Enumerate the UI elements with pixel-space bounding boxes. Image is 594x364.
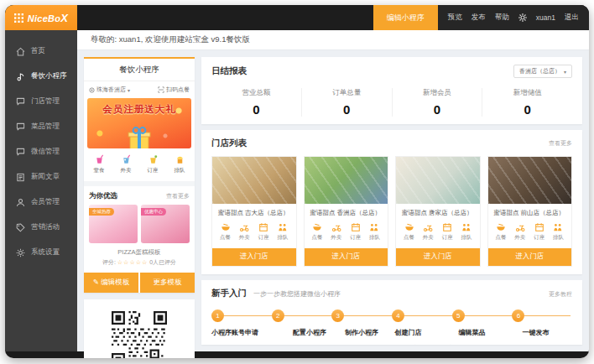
feature-queue[interactable]: 排队 <box>175 154 185 174</box>
app-window: NiceBoX 编辑小程序 预览 发布 帮助 xuan1 退出 首页 <box>5 5 589 358</box>
scan-to-order-button[interactable]: 扫码点餐 <box>158 86 190 94</box>
store-location-selector[interactable]: 珠海香洲店 ▾ <box>89 86 130 94</box>
edit-template-button[interactable]: ✎ 编辑模板 <box>84 273 138 293</box>
picked-view-more-link[interactable]: 查看更多 <box>166 192 190 200</box>
promo-banner[interactable]: 会员注册送大礼 <box>87 98 191 148</box>
guide-title: 新手入门 <box>211 288 247 299</box>
order-bowl-icon <box>496 222 506 232</box>
feature-dine-in[interactable]: 堂食 <box>94 154 105 174</box>
guide-step-build: 制作小程序 选择模板 设计制作 <box>345 328 395 346</box>
sidebar-item-store-management[interactable]: 门店管理 <box>5 89 77 114</box>
guide-subtitle: 一步一步教您搭建微信小程序 <box>253 289 549 299</box>
store-photo <box>396 157 480 204</box>
home-icon <box>16 47 25 56</box>
store-action-queue[interactable]: 排队 <box>461 222 472 242</box>
stat-total-orders: 订单总量 0 <box>301 88 392 117</box>
store-action-order[interactable]: 点餐 <box>404 222 414 242</box>
store-action-queue[interactable]: 排队 <box>277 222 288 242</box>
enter-store-button[interactable]: 进入门店 <box>396 248 480 266</box>
store-action-reserve[interactable]: 订座 <box>350 222 361 242</box>
username[interactable]: xuan1 <box>536 13 555 22</box>
logout-link[interactable]: 退出 <box>565 13 579 23</box>
sidebar-item-restaurant-miniapp[interactable]: 餐饮小程序 <box>5 64 77 89</box>
order-bowl-icon <box>312 222 322 232</box>
feature-takeout[interactable]: 外卖 <box>121 154 132 174</box>
sidebar-item-wechat-management[interactable]: 微信管理 <box>5 139 77 164</box>
reserve-calendar-icon <box>351 222 361 232</box>
store-action-order[interactable]: 点餐 <box>312 222 323 242</box>
step-number: 4 <box>392 309 404 322</box>
queue-icon <box>175 154 185 165</box>
preview-link[interactable]: 预览 <box>448 13 462 23</box>
publish-link[interactable]: 发布 <box>472 13 486 23</box>
guide-step-account: 小程序账号申请 个人小程序账号注册 企业小程序账号注册、认证 微信公众号注册、认… <box>211 328 293 346</box>
promo-banner-text: 会员注册送大礼 <box>87 98 191 116</box>
gear-icon <box>16 248 25 257</box>
stat-new-stored-value: 新增储值 0 <box>482 88 572 117</box>
getting-started-card: 新手入门 一步一步教您搭建微信小程序 更多教程 1 2 3 4 5 <box>201 280 582 346</box>
store-action-reserve[interactable]: 订座 <box>258 222 269 242</box>
main-column: 日结报表 香洲店（总店） ▾ 营业总额 0 <box>201 57 582 345</box>
dessert-image-left[interactable]: 全城热荐 <box>89 205 138 243</box>
store-action-reserve[interactable]: 订座 <box>534 222 544 242</box>
more-templates-button[interactable]: 更多模板 <box>140 273 195 293</box>
sidebar-item-dish-management[interactable]: 菜品管理 <box>5 114 77 139</box>
guide-step-publish: 一键发布 <box>523 328 573 346</box>
store-action-order[interactable]: 点餐 <box>496 222 507 242</box>
store-filter-dropdown[interactable]: 香洲店（总店） ▾ <box>513 65 572 78</box>
takeout-icon <box>121 154 132 165</box>
settings-gear-icon[interactable] <box>518 13 527 22</box>
dessert-tag-right: 优惠中心 <box>141 208 166 216</box>
template-rating: 评分: ☆☆☆☆☆ 0人已评分 <box>84 257 195 273</box>
store-photo <box>488 157 572 204</box>
chat-bubble-icon <box>16 148 25 157</box>
enter-store-button[interactable]: 进入门店 <box>488 248 572 266</box>
qr-code-card: 扫描二维码同手机浏览 <box>84 299 195 358</box>
store-action-queue[interactable]: 排队 <box>369 222 380 242</box>
store-list-card: 门店列表 查看更多 蜜语甜点 吉大店（总店） 点餐 外卖 订座 <box>201 130 582 274</box>
help-link[interactable]: 帮助 <box>495 13 509 23</box>
sidebar-item-marketing[interactable]: 营销活动 <box>5 215 77 240</box>
more-tutorials-link[interactable]: 更多教程 <box>549 290 572 299</box>
takeout-scooter-icon <box>239 222 249 232</box>
grid-menu-icon <box>14 13 23 23</box>
greeting-text: 尊敬的: xuan1, 欢迎使用建站宝盒 v9.1餐饮版 <box>77 30 589 50</box>
step-number: 3 <box>331 309 344 322</box>
gift-box-icon <box>125 125 154 148</box>
store-action-takeout[interactable]: 外卖 <box>331 222 341 242</box>
sidebar-item-news-articles[interactable]: 新闻文章 <box>5 164 77 190</box>
sidebar-item-member-management[interactable]: 会员管理 <box>5 190 77 215</box>
daily-report-card: 日结报表 香洲店（总店） ▾ 营业总额 0 <box>201 57 582 124</box>
sidebar-item-home[interactable]: 首页 <box>5 39 77 64</box>
guide-step-create-store: 创建门店 前往门店管理创建门店 <box>395 328 459 346</box>
feature-reserve-seat[interactable]: 订座 <box>148 154 159 174</box>
store-list-more-link[interactable]: 查看更多 <box>549 139 572 148</box>
chat-bubble-icon <box>16 122 25 132</box>
enter-store-button[interactable]: 进入门店 <box>212 248 296 266</box>
store-list-title: 门店列表 <box>211 138 247 149</box>
store-action-reserve[interactable]: 订座 <box>442 222 453 242</box>
stat-new-members: 新增会员 0 <box>392 88 482 117</box>
dessert-image-right[interactable]: 优惠中心 <box>141 205 190 243</box>
store-action-queue[interactable]: 排队 <box>553 222 564 242</box>
edit-miniapp-button[interactable]: 编辑小程序 <box>373 5 438 30</box>
qr-scan-icon <box>158 86 164 93</box>
step-number: 1 <box>211 309 224 322</box>
store-action-takeout[interactable]: 外卖 <box>423 222 434 242</box>
store-action-takeout[interactable]: 外卖 <box>239 222 250 242</box>
guide-step-configure: 配置小程序 建站宝盒对接配置 微信开发工具配置 <box>293 328 345 346</box>
tag-icon <box>16 223 25 232</box>
store-action-takeout[interactable]: 外卖 <box>514 222 525 242</box>
topbar: NiceBoX 编辑小程序 预览 发布 帮助 xuan1 退出 <box>5 5 589 30</box>
chevron-down-icon: ▾ <box>564 69 566 75</box>
order-bowl-icon <box>404 222 414 232</box>
sidebar-item-system-settings[interactable]: 系统设置 <box>5 240 77 265</box>
phone-feature-row: 堂食 外卖 订座 排队 <box>84 148 195 186</box>
reserve-seat-icon <box>148 154 159 165</box>
reserve-calendar-icon <box>258 222 268 232</box>
store-action-order[interactable]: 点餐 <box>220 222 231 242</box>
enter-store-button[interactable]: 进入门店 <box>305 248 388 266</box>
takeout-scooter-icon <box>423 222 433 232</box>
reserve-calendar-icon <box>534 222 544 232</box>
brand-logo[interactable]: NiceBoX <box>5 5 77 30</box>
